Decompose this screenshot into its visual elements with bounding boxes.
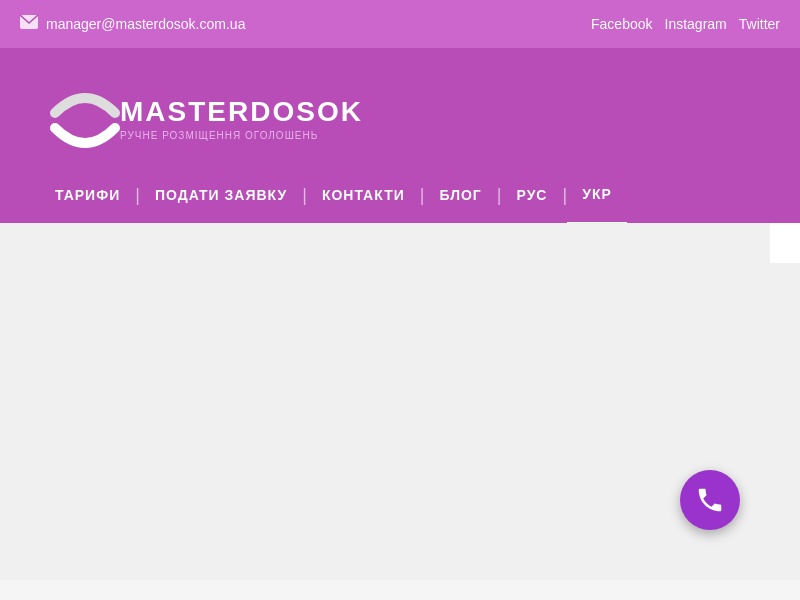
logo-text-area: MASTERDOSOK РУЧНЕ РОЗМІЩЕННЯ ОГОЛОШЕНЬ bbox=[120, 96, 363, 141]
nav-sep-3: | bbox=[420, 185, 425, 206]
nav-blog[interactable]: БЛОГ bbox=[424, 168, 496, 223]
nav-submit[interactable]: ПОДАТИ ЗАЯВКУ bbox=[140, 168, 302, 223]
nav-sep-1: | bbox=[135, 185, 140, 206]
header: MASTERDOSOK РУЧНЕ РОЗМІЩЕННЯ ОГОЛОШЕНЬ bbox=[0, 48, 800, 168]
logo-icon bbox=[40, 73, 130, 163]
logo-area[interactable]: MASTERDOSOK РУЧНЕ РОЗМІЩЕННЯ ОГОЛОШЕНЬ bbox=[40, 73, 363, 163]
nav-sep-4: | bbox=[497, 185, 502, 206]
white-rect-decoration bbox=[770, 223, 800, 263]
nav-tariffs[interactable]: ТАРИФИ bbox=[40, 168, 135, 223]
phone-icon bbox=[695, 485, 725, 515]
nav-contacts[interactable]: КОНТАКТИ bbox=[307, 168, 420, 223]
facebook-link[interactable]: Facebook bbox=[591, 16, 652, 32]
top-bar: manager@masterdosok.com.ua Facebook Inst… bbox=[0, 0, 800, 48]
phone-button[interactable] bbox=[680, 470, 740, 530]
instagram-link[interactable]: Instagram bbox=[665, 16, 727, 32]
nav-sep-5: | bbox=[562, 185, 567, 206]
email-icon bbox=[20, 15, 38, 33]
nav-bar: ТАРИФИ | ПОДАТИ ЗАЯВКУ | КОНТАКТИ | БЛОГ… bbox=[0, 168, 800, 223]
email-link[interactable]: manager@masterdosok.com.ua bbox=[46, 16, 245, 32]
nav-lang-uk[interactable]: УКР bbox=[567, 167, 627, 224]
top-bar-left: manager@masterdosok.com.ua bbox=[20, 15, 245, 33]
nav-sep-2: | bbox=[302, 185, 307, 206]
nav-lang-ru[interactable]: РУС bbox=[502, 168, 563, 223]
logo-sub: РУЧНЕ РОЗМІЩЕННЯ ОГОЛОШЕНЬ bbox=[120, 130, 363, 141]
social-links: Facebook Instagram Twitter bbox=[591, 16, 780, 32]
logo-main: MASTERDOSOK bbox=[120, 96, 363, 128]
main-content bbox=[0, 223, 800, 580]
twitter-link[interactable]: Twitter bbox=[739, 16, 780, 32]
